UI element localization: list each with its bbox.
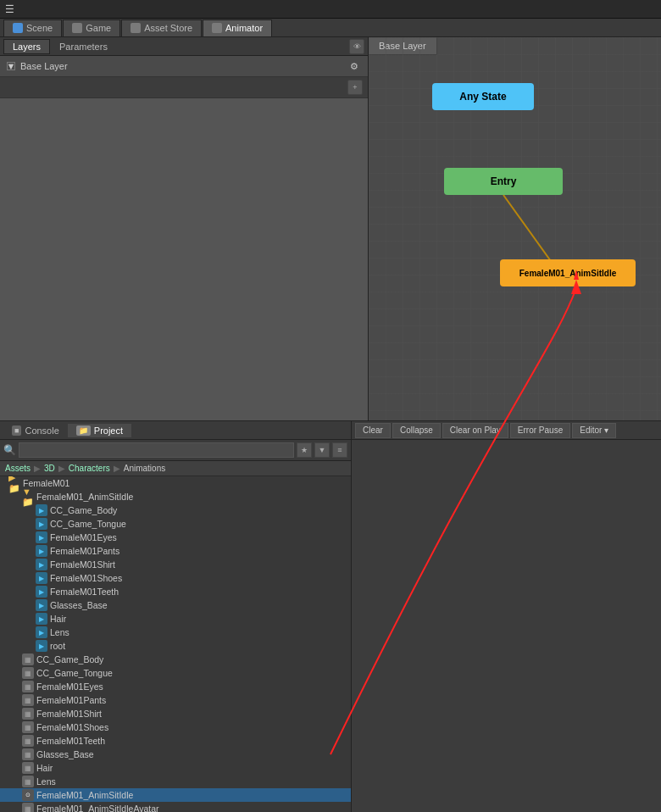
tree-item-cc_game_tongue_mesh[interactable]: ▦CC_Game_Tongue bbox=[0, 666, 351, 680]
collapse-toggle[interactable]: ▼ bbox=[7, 62, 15, 70]
more-button[interactable]: ≡ bbox=[332, 442, 347, 458]
game-icon bbox=[72, 23, 82, 33]
clear-on-play-button[interactable]: Clear on Play bbox=[442, 423, 508, 438]
asset-store-icon bbox=[131, 23, 141, 33]
editor-area: Layers Parameters 👁 ▼ Base Layer ⚙ + Bas… bbox=[0, 37, 661, 420]
eye-icon[interactable]: 👁 bbox=[349, 39, 364, 54]
tree-item-femaleM01AnimSitIdleAvatar[interactable]: ▦FemaleM01_AnimSitIdleAvatar bbox=[0, 802, 351, 812]
tab-parameters[interactable]: Parameters bbox=[50, 39, 117, 54]
folder-icon: ▶📁 bbox=[8, 477, 20, 489]
tab-project[interactable]: 📁 Project bbox=[68, 424, 131, 437]
tree-item-femaleM01AnimSitIdle[interactable]: ▼📁FemaleM01_AnimSitIdle bbox=[0, 490, 351, 503]
search-icon: 🔍 bbox=[3, 444, 16, 456]
tree-item-femaleM01[interactable]: ▶📁FemaleM01 bbox=[0, 476, 351, 490]
tree-item-label: FemaleM01Shoes bbox=[36, 722, 108, 732]
clear-button[interactable]: Clear bbox=[355, 423, 391, 438]
anim-icon: ▶ bbox=[36, 531, 47, 543]
tree-item-hair_anim[interactable]: ▶Hair bbox=[0, 612, 351, 626]
anim-icon: ▶ bbox=[36, 626, 47, 638]
anim-icon: ▶ bbox=[36, 559, 47, 570]
error-pause-button[interactable]: Error Pause bbox=[510, 423, 570, 438]
breadcrumb-assets[interactable]: Assets bbox=[5, 464, 31, 473]
tree-item-cc_game_body_mesh[interactable]: ▦CC_Game_Body bbox=[0, 653, 351, 666]
menu-bar: ☰ bbox=[0, 0, 661, 19]
any-state-node[interactable]: Any State bbox=[432, 83, 534, 110]
tree-item-femaleM01Shoes_mesh[interactable]: ▦FemaleM01Shoes bbox=[0, 720, 351, 734]
project-panel: ■ Console 📁 Project 🔍 ★ ▼ ≡ Assets ▶ 3D … bbox=[0, 421, 352, 812]
mesh-icon: ▦ bbox=[22, 762, 34, 774]
tree-item-hair_mesh[interactable]: ▦Hair bbox=[0, 761, 351, 775]
mesh-icon: ▦ bbox=[22, 708, 34, 720]
tab-console[interactable]: ■ Console bbox=[3, 424, 68, 437]
tree-item-femaleM01Eyes_mesh[interactable]: ▦FemaleM01Eyes bbox=[0, 680, 351, 693]
breadcrumb-animations[interactable]: Animations bbox=[124, 464, 165, 473]
tab-asset-store[interactable]: Asset Store bbox=[121, 19, 202, 36]
tree-item-label: FemaleM01Eyes bbox=[36, 681, 103, 692]
tree-item-cc_game_body_anim[interactable]: ▶CC_Game_Body bbox=[0, 503, 351, 517]
entry-node[interactable]: Entry bbox=[444, 168, 563, 195]
filter-button[interactable]: ▼ bbox=[314, 442, 330, 458]
tree-item-label: Glasses_Base bbox=[50, 600, 108, 610]
star-filter-button[interactable]: ★ bbox=[297, 442, 312, 458]
tab-scene[interactable]: Scene bbox=[3, 19, 62, 36]
tab-layers[interactable]: Layers bbox=[3, 39, 50, 54]
tree-item-label: Lens bbox=[36, 776, 56, 787]
breadcrumb-3d[interactable]: 3D bbox=[44, 464, 55, 473]
search-input[interactable] bbox=[19, 442, 294, 458]
tree-item-lens_anim[interactable]: ▶Lens bbox=[0, 626, 351, 639]
top-tab-bar: Scene Game Asset Store Animator bbox=[0, 19, 661, 37]
tab-game[interactable]: Game bbox=[63, 19, 120, 36]
tree-item-label: FemaleM01Pants bbox=[36, 695, 106, 705]
tree-item-glasses_base_mesh[interactable]: ▦Glasses_Base bbox=[0, 748, 351, 761]
editor-button[interactable]: Editor ▾ bbox=[572, 423, 616, 438]
mesh-icon: ▦ bbox=[22, 653, 34, 665]
tree-item-femaleM01Shirt_mesh[interactable]: ▦FemaleM01Shirt bbox=[0, 707, 351, 720]
sub-tab-actions: 👁 bbox=[349, 39, 364, 54]
animator-canvas-panel[interactable]: Base Layer Any State bbox=[369, 37, 661, 420]
folder-icon: ▼📁 bbox=[22, 491, 34, 503]
tree-item-femaleM01Shoes_anim[interactable]: ▶FemaleM01Shoes bbox=[0, 571, 351, 585]
layer-name: Base Layer bbox=[20, 61, 347, 71]
console-panel: Clear Collapse Clear on Play Error Pause… bbox=[352, 421, 661, 812]
anim-icon: ▶ bbox=[36, 586, 47, 598]
tree-item-femaleM01Pants_anim[interactable]: ▶FemaleM01Pants bbox=[0, 544, 351, 558]
tree-item-label: FemaleM01Eyes bbox=[50, 532, 117, 542]
animator-canvas[interactable]: Any State Entry FemaleM01_AnimSitIdle bbox=[369, 37, 661, 420]
anim-icon: ▶ bbox=[36, 518, 47, 530]
mesh-icon: ▦ bbox=[22, 667, 34, 679]
mesh-icon: ▦ bbox=[22, 803, 34, 812]
tree-item-label: Lens bbox=[50, 627, 69, 637]
tree-item-femaleM01AnimSitIdle_file[interactable]: ⊙FemaleM01_AnimSitIdle bbox=[0, 788, 351, 802]
tree-item-femaleM01Teeth_mesh[interactable]: ▦FemaleM01Teeth bbox=[0, 734, 351, 748]
anim-icon: ▶ bbox=[36, 572, 47, 584]
console-toolbar: Clear Collapse Clear on Play Error Pause… bbox=[352, 421, 661, 440]
gear-icon[interactable]: ⚙ bbox=[347, 59, 361, 73]
tree-item-glasses_base_anim[interactable]: ▶Glasses_Base bbox=[0, 598, 351, 612]
add-layer-button[interactable]: + bbox=[347, 80, 363, 95]
tree-item-femaleM01Eyes_anim[interactable]: ▶FemaleM01Eyes bbox=[0, 531, 351, 544]
tab-animator[interactable]: Animator bbox=[203, 19, 272, 36]
scene-icon bbox=[13, 23, 23, 33]
anim-icon: ▶ bbox=[36, 599, 47, 611]
animator-left-panel: Layers Parameters 👁 ▼ Base Layer ⚙ + bbox=[0, 37, 369, 420]
mesh-icon: ▦ bbox=[22, 681, 34, 692]
mesh-icon: ▦ bbox=[22, 735, 34, 747]
tree-item-femaleM01Shirt_anim[interactable]: ▶FemaleM01Shirt bbox=[0, 558, 351, 571]
tree-item-femaleM01Teeth_anim[interactable]: ▶FemaleM01Teeth bbox=[0, 585, 351, 598]
anim-idle-node[interactable]: FemaleM01_AnimSitIdle bbox=[500, 259, 636, 286]
tree-item-root_anim[interactable]: ▶root bbox=[0, 639, 351, 653]
tree-item-label: CC_Game_Body bbox=[36, 654, 103, 665]
tree-item-lens_mesh[interactable]: ▦Lens bbox=[0, 775, 351, 788]
tree-item-label: Hair bbox=[50, 614, 66, 624]
tree-item-femaleM01Pants_mesh[interactable]: ▦FemaleM01Pants bbox=[0, 693, 351, 707]
anim-icon: ▶ bbox=[36, 613, 47, 625]
mesh-icon: ▦ bbox=[22, 721, 34, 733]
collapse-button[interactable]: Collapse bbox=[392, 423, 441, 438]
hamburger-icon[interactable]: ☰ bbox=[5, 3, 14, 15]
tree-item-label: CC_Game_Tongue bbox=[50, 519, 126, 529]
tree-item-cc_game_tongue_anim[interactable]: ▶CC_Game_Tongue bbox=[0, 517, 351, 531]
base-layer-row[interactable]: ▼ Base Layer ⚙ bbox=[0, 56, 368, 77]
tree-item-label: root bbox=[50, 641, 65, 651]
mesh-icon: ▦ bbox=[22, 748, 34, 760]
breadcrumb-characters[interactable]: Characters bbox=[69, 464, 110, 473]
